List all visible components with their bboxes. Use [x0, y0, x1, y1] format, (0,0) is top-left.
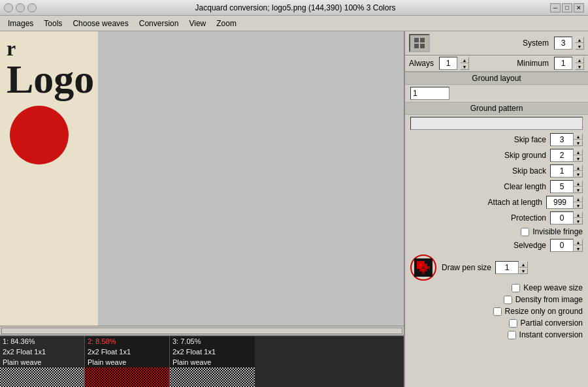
svg-rect-13: [419, 266, 422, 269]
skip-ground-input[interactable]: [550, 149, 574, 162]
right-panel-scroll[interactable]: Ground layout Ground pattern Skip face ▲…: [405, 72, 588, 387]
protection-spin-down[interactable]: ▼: [574, 218, 583, 224]
draw-pen-size-spin-up[interactable]: ▲: [519, 261, 528, 268]
attach-at-length-spin-down[interactable]: ▼: [574, 202, 583, 209]
clear-length-spin-up[interactable]: ▲: [574, 180, 583, 187]
swatch-3-pattern: [170, 367, 255, 387]
draw-pen-size-input[interactable]: [495, 261, 519, 274]
selvedge-spin-down[interactable]: ▼: [574, 245, 583, 252]
keep-weave-size-label: Keep weave size: [523, 283, 583, 292]
invisible-fringe-row: Invisible fringe: [405, 226, 588, 238]
win-close-btn[interactable]: ✕: [574, 3, 584, 12]
clear-length-row: Clear length ▲ ▼: [405, 179, 588, 194]
minimum-label: Minimum: [517, 59, 549, 68]
selvedge-input-group: ▲ ▼: [550, 239, 583, 252]
skip-ground-spin-down[interactable]: ▼: [574, 155, 583, 162]
close-button[interactable]: [4, 3, 13, 12]
swatch-2-sub2: Plain weave: [85, 357, 169, 367]
attach-at-length-spin-up[interactable]: ▲: [574, 196, 583, 202]
clear-length-input[interactable]: [550, 180, 574, 193]
swatch-3-sub2: Plain weave: [170, 357, 255, 367]
minimum-input[interactable]: [554, 57, 572, 70]
always-spin-down[interactable]: ▼: [460, 63, 469, 70]
ground-layout-input[interactable]: [410, 87, 449, 100]
minimize-button[interactable]: [16, 3, 25, 12]
always-spinner: ▲ ▼: [460, 57, 469, 70]
svg-rect-2: [414, 44, 419, 48]
skip-ground-spin-up[interactable]: ▲: [574, 149, 583, 155]
menu-images[interactable]: Images: [3, 18, 39, 29]
svg-rect-5: [417, 261, 419, 264]
protection-input[interactable]: [550, 211, 574, 224]
menu-choose-weaves[interactable]: Choose weaves: [67, 18, 133, 29]
minimum-spin-down[interactable]: ▼: [575, 63, 584, 70]
instant-conversion-row: Instant conversion: [405, 329, 588, 341]
selvedge-row: Selvedge ▲ ▼: [405, 238, 588, 253]
draw-pen-size-input-group: ▲ ▼: [495, 261, 528, 274]
skip-ground-row: Skip ground ▲ ▼: [405, 147, 588, 163]
density-from-image-checkbox[interactable]: [504, 296, 512, 304]
skip-ground-spinner: ▲ ▼: [574, 149, 583, 162]
win-min-btn[interactable]: ─: [550, 3, 561, 12]
menu-view[interactable]: View: [184, 18, 211, 29]
svg-rect-17: [419, 269, 422, 271]
always-input[interactable]: [439, 57, 457, 70]
skip-face-spin-down[interactable]: ▼: [574, 140, 583, 146]
pen-icon-circle: [410, 255, 436, 281]
swatch-1-sub2: Plain weave: [0, 357, 84, 367]
protection-input-group: ▲ ▼: [550, 211, 583, 224]
red-circle: [10, 106, 69, 164]
draw-pen-size-spin-down[interactable]: ▼: [519, 268, 528, 274]
partial-conversion-row: Partial conversion: [405, 317, 588, 329]
win-max-btn[interactable]: □: [562, 3, 572, 12]
grid-icon-button[interactable]: [409, 34, 430, 52]
always-spin-up[interactable]: ▲: [460, 57, 469, 63]
density-from-image-row: Density from image: [405, 294, 588, 305]
attach-at-length-input[interactable]: [546, 196, 574, 209]
clear-length-spinner: ▲ ▼: [574, 180, 583, 193]
protection-label: Protection: [511, 213, 546, 223]
canvas-scrollbar[interactable]: [0, 326, 404, 335]
system-spin-down[interactable]: ▼: [575, 43, 584, 50]
svg-rect-6: [419, 261, 422, 264]
resize-only-on-ground-checkbox[interactable]: [493, 307, 502, 316]
swatch-1[interactable]: 1: 84.36% 2x2 Float 1x1 Plain weave: [0, 336, 85, 387]
maximize-button[interactable]: [27, 3, 37, 12]
skip-back-spin-up[interactable]: ▲: [574, 164, 583, 171]
protection-spin-up[interactable]: ▲: [574, 211, 583, 218]
draw-pen-row: Draw pen size ▲ ▼: [405, 253, 588, 282]
swatch-3-label: 3: 7.05%: [170, 336, 255, 347]
selvedge-spin-up[interactable]: ▲: [574, 239, 583, 245]
skip-face-input[interactable]: [550, 133, 574, 146]
menu-conversion[interactable]: Conversion: [134, 18, 184, 29]
selvedge-input[interactable]: [550, 239, 574, 252]
clear-length-spin-down[interactable]: ▼: [574, 187, 583, 193]
resize-only-on-ground-label: Resize only on ground: [505, 307, 583, 316]
keep-weave-size-checkbox[interactable]: [512, 284, 520, 292]
menu-tools[interactable]: Tools: [39, 18, 67, 29]
menu-zoom[interactable]: Zoom: [211, 18, 242, 29]
partial-conversion-checkbox[interactable]: [509, 319, 517, 328]
canvas-viewport[interactable]: r Logo: [0, 31, 404, 326]
attach-at-length-input-group: ▲ ▼: [546, 196, 583, 209]
attach-at-length-row: Attach at length ▲ ▼: [405, 194, 588, 210]
ground-pattern-row: [405, 115, 588, 132]
scrollbar-track[interactable]: [1, 328, 402, 334]
instant-conversion-checkbox[interactable]: [508, 331, 516, 339]
skip-face-spin-up[interactable]: ▲: [574, 133, 583, 140]
attach-at-length-spinner: ▲ ▼: [574, 196, 583, 209]
window-controls[interactable]: [4, 3, 37, 12]
svg-rect-16: [427, 266, 430, 269]
skip-back-input[interactable]: [550, 164, 574, 178]
invisible-fringe-checkbox[interactable]: [521, 228, 529, 236]
skip-face-input-group: ▲ ▼: [550, 133, 583, 146]
system-input[interactable]: [554, 37, 572, 50]
swatch-2[interactable]: 2: 8.58% 2x2 Float 1x1 Plain weave: [85, 336, 170, 387]
ground-pattern-input[interactable]: [410, 117, 583, 130]
system-spin-up[interactable]: ▲: [575, 37, 584, 43]
skip-face-spinner: ▲ ▼: [574, 133, 583, 146]
skip-back-label: Skip back: [512, 166, 546, 176]
skip-back-spin-down[interactable]: ▼: [574, 171, 583, 178]
swatch-3[interactable]: 3: 7.05% 2x2 Float 1x1 Plain weave: [170, 336, 255, 387]
minimum-spin-up[interactable]: ▲: [575, 57, 584, 63]
